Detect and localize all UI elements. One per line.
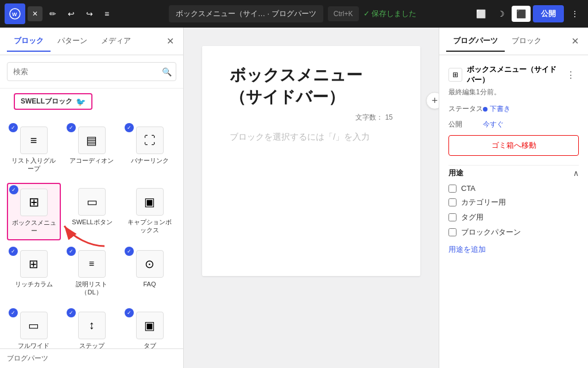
search-input[interactable]: [7, 62, 176, 81]
more-options-btn[interactable]: ⋮: [566, 6, 583, 22]
view-btn[interactable]: ⬜: [471, 6, 490, 22]
right-sidebar-close[interactable]: ✕: [569, 33, 581, 49]
block-item-faq[interactable]: ⊙ FAQ: [123, 245, 176, 302]
section-toggle-usage[interactable]: ∧: [573, 168, 579, 178]
editor-title[interactable]: ボックスメニュー（サイドバー）: [230, 64, 393, 108]
label-accordion: アコーディオン: [69, 156, 114, 164]
right-block-icon: ⊞: [448, 68, 462, 82]
block-row-4: ▭ フルワイド ↕ ステップ ▣ タブ: [7, 306, 176, 348]
checkbox-block-pattern: ブロックパターン: [448, 227, 579, 237]
checkmark-accordion: [67, 123, 76, 132]
checkmark-dl-list: [67, 247, 76, 256]
editor-main[interactable]: ボックスメニュー（サイドバー） 文字数： 15 ブロックを選択するには「/」を入…: [184, 28, 439, 368]
publish-value: 今すぐ: [483, 120, 504, 129]
icon-accordion: ▤: [78, 126, 106, 154]
checkbox-category-input[interactable]: [448, 198, 457, 206]
label-caption-box: キャプションボックス: [126, 218, 173, 235]
add-block-btn[interactable]: +: [426, 92, 439, 109]
publish-field: 公開 今すぐ: [448, 120, 579, 129]
label-dl-list: 説明リスト（DL）: [68, 280, 115, 297]
tab-blog-parts[interactable]: ブログパーツ: [446, 31, 505, 52]
dark-mode-btn[interactable]: ☽: [493, 6, 509, 22]
document-title[interactable]: ボックスメニュー（サイ… · ブログパーツ: [169, 5, 323, 22]
block-item-steps[interactable]: ↕ ステップ: [65, 306, 118, 348]
layout-btn[interactable]: ⬛: [512, 6, 531, 22]
undo-btn[interactable]: ↩: [63, 6, 79, 22]
main-area: ブロック パターン メディア ✕ 🔍 SWELLブロック 🐦 ≡ リスト入りグル…: [0, 28, 588, 368]
right-block-menu-btn[interactable]: ⋮: [563, 68, 579, 82]
swell-badge[interactable]: SWELLブロック 🐦: [14, 93, 92, 110]
label-tabs: タブ: [144, 342, 156, 348]
redo-icon: ↪: [86, 9, 93, 18]
wp-logo[interactable]: W: [5, 3, 25, 24]
block-item-accordion[interactable]: ▤ アコーディオン: [65, 121, 118, 178]
sidebar-left-close[interactable]: ✕: [164, 33, 176, 49]
icon-box-menu: ⊞: [20, 189, 48, 216]
block-item-swell-btn[interactable]: ▭ SWELLボタン: [65, 183, 118, 241]
block-item-dl-list[interactable]: ≡ 説明リスト（DL）: [65, 245, 118, 302]
close-tab-btn[interactable]: ✕: [28, 6, 42, 21]
tab-media[interactable]: メディア: [94, 31, 138, 52]
tab-patterns[interactable]: パターン: [51, 31, 94, 52]
right-block-title: ⊞ ボックスメニュー（サイドバー） ⋮: [448, 64, 579, 85]
checkbox-category-label: カテゴリー用: [461, 197, 506, 208]
checkmark-banner-link: [125, 123, 134, 132]
publish-label: 公開: [448, 120, 483, 129]
status-link[interactable]: 下書き: [490, 104, 510, 114]
block-item-full-wide[interactable]: ▭ フルワイド: [7, 306, 60, 348]
checkbox-tag-label: タグ用: [461, 212, 483, 223]
icon-list-group: ≡: [20, 126, 48, 154]
more-icon: ⋮: [571, 9, 579, 18]
add-use-link[interactable]: 用途を追加: [448, 244, 486, 255]
redo-btn[interactable]: ↪: [82, 6, 98, 22]
menu-btn[interactable]: ≡: [100, 6, 114, 22]
checkbox-list: CTA カテゴリー用 タグ用 ブロックパターン: [448, 184, 579, 237]
block-item-list-group[interactable]: ≡ リスト入りグループ: [7, 121, 60, 178]
block-item-caption-box[interactable]: ▣ キャプションボックス: [123, 183, 176, 241]
view-icon: ⬜: [476, 9, 486, 18]
label-rich-column: リッチカラム: [15, 280, 53, 288]
block-item-banner-link[interactable]: ⛶ バナーリンク: [123, 121, 176, 178]
block-row-1: ≡ リスト入りグループ ▤ アコーディオン ⛶ バナーリンク: [7, 121, 176, 178]
close-icon: ✕: [32, 10, 38, 18]
checkbox-tag-input[interactable]: [448, 213, 457, 221]
block-item-box-menu[interactable]: ⊞ ボックスメニュー: [7, 183, 61, 241]
label-steps: ステップ: [79, 342, 105, 348]
right-block-name: ボックスメニュー（サイドバー）: [467, 64, 558, 85]
tab-blocks[interactable]: ブロック: [7, 31, 51, 52]
checkbox-tag: タグ用: [448, 212, 579, 223]
sidebar-bottom-label: ブログパーツ: [0, 348, 183, 368]
menu-icon: ≡: [105, 9, 109, 18]
publish-btn[interactable]: 公開: [533, 5, 564, 22]
editor-placeholder[interactable]: ブロックを選択するには「/」を入力: [230, 132, 393, 143]
blocks-grid: ≡ リスト入りグループ ▤ アコーディオン ⛶ バナーリンク: [0, 117, 183, 348]
icon-dl-list: ≡: [78, 250, 106, 278]
editor-content: ボックスメニュー（サイドバー） 文字数： 15 ブロックを選択するには「/」を入…: [202, 46, 420, 276]
status-label: ステータス: [448, 104, 483, 114]
checkbox-block-pattern-input[interactable]: [448, 228, 457, 236]
save-status: ✓ 保存しました: [363, 9, 417, 19]
swell-badge-container: SWELLブロック 🐦: [0, 89, 183, 117]
section-header-usage: 用途 ∧: [448, 165, 579, 178]
block-item-rich-column[interactable]: ⊞ リッチカラム: [7, 245, 60, 302]
toolbar-right: ⬜ ☽ ⬛ 公開 ⋮: [471, 5, 583, 22]
search-shortcut[interactable]: Ctrl+K: [328, 6, 359, 21]
checkbox-cta-input[interactable]: [448, 185, 457, 193]
swell-badge-label: SWELLブロック: [21, 97, 72, 106]
icon-tabs: ▣: [136, 312, 164, 339]
layout-icon: ⬛: [516, 9, 526, 18]
icon-full-wide: ▭: [20, 312, 48, 339]
checkbox-category: カテゴリー用: [448, 197, 579, 208]
sidebar-left-tabs: ブロック パターン メディア ✕: [0, 28, 183, 55]
block-item-tabs[interactable]: ▣ タブ: [123, 306, 176, 348]
right-tabs: ブログパーツ ブロック ✕: [439, 28, 588, 55]
tab-block[interactable]: ブロック: [505, 31, 548, 52]
icon-rich-column: ⊞: [20, 250, 48, 278]
label-box-menu: ボックスメニュー: [10, 218, 57, 235]
trash-btn[interactable]: ゴミ箱へ移動: [448, 135, 579, 156]
status-field: ステータス 下書き: [448, 104, 579, 114]
publish-link[interactable]: 今すぐ: [483, 120, 504, 129]
status-value: 下書き: [483, 104, 510, 114]
icon-caption-box: ▣: [136, 188, 164, 216]
edit-btn[interactable]: ✏: [45, 6, 61, 22]
